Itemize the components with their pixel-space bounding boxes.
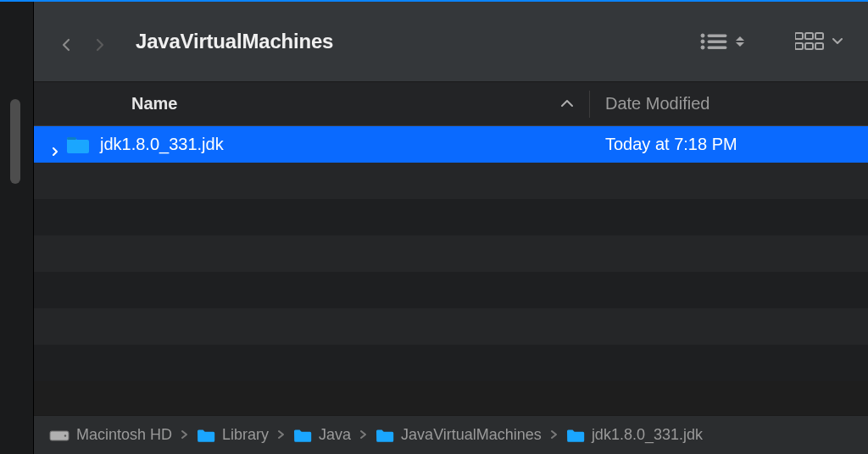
sidebar-gutter xyxy=(0,2,34,454)
chevron-right-icon xyxy=(359,426,367,444)
path-segment[interactable]: Java xyxy=(293,426,351,444)
svg-point-2 xyxy=(701,40,704,43)
path-segment-label: Macintosh HD xyxy=(76,426,172,444)
svg-rect-6 xyxy=(795,33,803,39)
toolbar-right xyxy=(700,32,843,51)
folder-icon xyxy=(293,428,312,443)
path-segment-label: Library xyxy=(222,426,269,444)
svg-rect-3 xyxy=(708,41,726,42)
path-bar: Macintosh HD Library Java JavaVirtualMac… xyxy=(34,415,868,454)
file-row[interactable]: jdk1.8.0_331.jdk Today at 7:18 PM xyxy=(34,126,868,163)
svg-rect-1 xyxy=(708,35,726,36)
path-segment[interactable]: Library xyxy=(197,426,269,444)
empty-row xyxy=(34,345,868,381)
disclosure-triangle-icon[interactable] xyxy=(51,141,59,149)
empty-row xyxy=(34,199,868,235)
chevron-right-icon xyxy=(277,426,285,444)
group-by-button[interactable] xyxy=(795,32,843,51)
path-segment-current[interactable]: jdk1.8.0_331.jdk xyxy=(566,426,703,444)
main-pane: JavaVirtualMachines xyxy=(34,2,868,454)
svg-rect-11 xyxy=(815,43,823,49)
nav-arrows xyxy=(59,35,107,48)
file-row-date: Today at 7:18 PM xyxy=(590,135,868,154)
svg-rect-9 xyxy=(795,43,803,49)
updown-icon xyxy=(736,36,744,47)
empty-row xyxy=(34,308,868,345)
folder-icon xyxy=(197,428,215,443)
view-mode-list-button[interactable] xyxy=(700,32,744,51)
path-segment[interactable]: JavaVirtualMachines xyxy=(376,426,542,444)
svg-rect-5 xyxy=(708,47,726,48)
toolbar: JavaVirtualMachines xyxy=(34,2,868,82)
sidebar-scrollbar-thumb[interactable] xyxy=(10,99,20,184)
svg-rect-12 xyxy=(67,137,76,140)
back-button[interactable] xyxy=(59,35,73,48)
svg-point-14 xyxy=(64,435,66,436)
path-segment-label: JavaVirtualMachines xyxy=(401,426,542,444)
path-segment-label: jdk1.8.0_331.jdk xyxy=(592,426,703,444)
file-list: jdk1.8.0_331.jdk Today at 7:18 PM xyxy=(34,126,868,415)
svg-point-4 xyxy=(701,46,704,49)
chevron-right-icon xyxy=(181,426,188,444)
svg-point-0 xyxy=(701,34,704,37)
folder-title: JavaVirtualMachines xyxy=(136,30,333,53)
svg-rect-7 xyxy=(805,33,813,39)
folder-icon xyxy=(66,135,90,155)
svg-rect-10 xyxy=(805,43,813,49)
sort-indicator[interactable] xyxy=(560,97,574,112)
chevron-right-icon xyxy=(550,426,558,444)
folder-icon xyxy=(566,428,585,443)
svg-rect-8 xyxy=(815,33,823,39)
file-row-name: jdk1.8.0_331.jdk xyxy=(100,135,590,154)
column-header-name[interactable]: Name xyxy=(131,94,560,114)
hdd-icon xyxy=(49,428,70,443)
chevron-down-icon xyxy=(832,38,843,45)
path-segment-label: Java xyxy=(319,426,351,444)
empty-row xyxy=(34,163,868,199)
forward-button[interactable] xyxy=(93,35,107,48)
columns-header: Name Date Modified xyxy=(34,82,868,126)
folder-icon xyxy=(376,428,394,443)
empty-row xyxy=(34,272,868,308)
path-segment-root[interactable]: Macintosh HD xyxy=(49,426,172,444)
empty-row xyxy=(34,235,868,272)
column-header-date[interactable]: Date Modified xyxy=(590,94,868,114)
